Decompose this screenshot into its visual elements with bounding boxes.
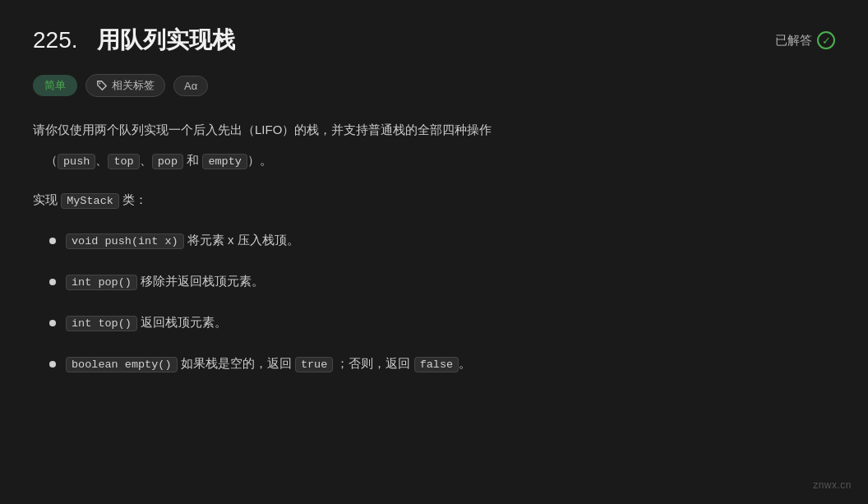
- bullet-dot: [49, 279, 56, 285]
- problem-description: 请你仅使用两个队列实现一个后入先出（LIFO）的栈，并支持普通栈的全部四种操作 …: [33, 118, 835, 172]
- check-icon: ✓: [817, 31, 835, 49]
- status-label: 已解答: [775, 33, 812, 49]
- method-list: void push(int x) 将元素 x 压入栈顶。 int pop() 移…: [49, 229, 835, 376]
- empty-method-code: boolean empty(): [66, 357, 178, 372]
- problem-number: 225.: [33, 27, 78, 53]
- difficulty-tag[interactable]: 简单: [33, 75, 77, 96]
- item-content: boolean empty() 如果栈是空的，返回 true ；否则，返回 fa…: [66, 352, 471, 375]
- push-code: push: [58, 154, 95, 169]
- description-line2: （push、top、pop 和 empty）。: [33, 149, 835, 172]
- list-item: int pop() 移除并返回栈顶元素。: [49, 270, 835, 293]
- bullet-dot: [49, 238, 56, 244]
- status-badge: 已解答 ✓: [775, 31, 835, 49]
- description-line1: 请你仅使用两个队列实现一个后入先出（LIFO）的栈，并支持普通栈的全部四种操作: [33, 118, 835, 141]
- related-tags-button[interactable]: 相关标签: [85, 74, 165, 97]
- mystack-code: MyStack: [61, 193, 119, 209]
- watermark: znwx.cn: [813, 479, 852, 491]
- bullet-dot: [49, 320, 56, 326]
- tags-row: 简单 相关标签 Aα: [33, 74, 835, 97]
- svg-point-0: [99, 83, 101, 85]
- item-content: int top() 返回栈顶元素。: [66, 311, 227, 334]
- false-code: false: [414, 357, 459, 372]
- tag-icon: [96, 80, 108, 91]
- list-item: boolean empty() 如果栈是空的，返回 true ；否则，返回 fa…: [49, 352, 835, 375]
- pop-code: pop: [152, 154, 183, 169]
- problem-title: 用队列实现栈: [97, 27, 235, 53]
- push-method-code: void push(int x): [66, 234, 184, 249]
- empty-code-inline: empty: [202, 154, 247, 169]
- true-code: true: [295, 357, 333, 372]
- top-code-inline: top: [108, 154, 139, 169]
- page-title: 225. 用队列实现栈: [33, 25, 235, 56]
- list-item: void push(int x) 将元素 x 压入栈顶。: [49, 229, 835, 252]
- pop-method-code: int pop(): [66, 275, 137, 290]
- list-item: int top() 返回栈顶元素。: [49, 311, 835, 334]
- top-method-code: int top(): [66, 316, 137, 331]
- implement-line: 实现 MyStack 类：: [33, 188, 835, 211]
- bullet-dot: [49, 361, 56, 368]
- font-size-tag[interactable]: Aα: [173, 76, 208, 96]
- page-header: 225. 用队列实现栈 已解答 ✓: [33, 25, 835, 56]
- item-content: void push(int x) 将元素 x 压入栈顶。: [66, 229, 299, 252]
- item-content: int pop() 移除并返回栈顶元素。: [66, 270, 264, 293]
- related-tags-label: 相关标签: [112, 78, 155, 93]
